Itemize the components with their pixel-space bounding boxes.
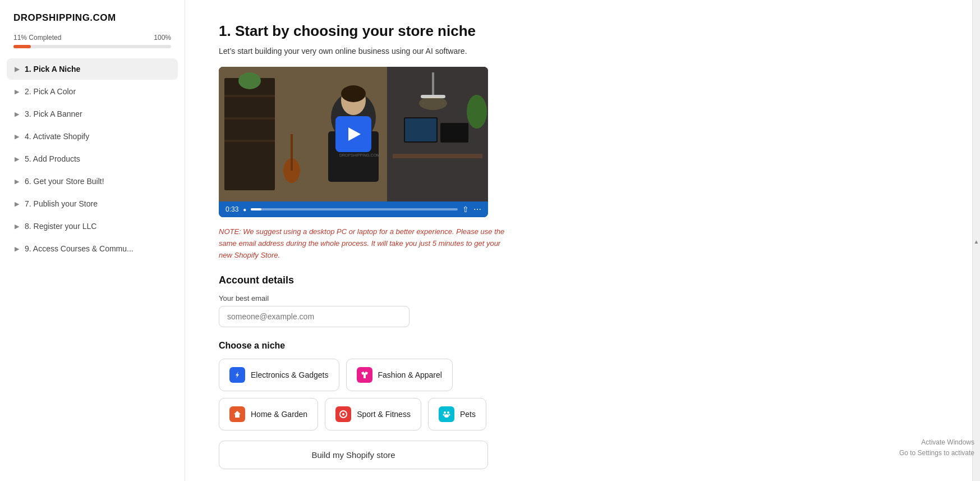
sidebar: DROPSHIPPING.COM 11% Completed 100% ▶ 1.… <box>0 0 185 481</box>
sidebar-item-pick-color[interactable]: ▶ 2. Pick A Color <box>7 81 178 102</box>
video-share-icon[interactable]: ⇧ <box>462 205 469 214</box>
sidebar-item-label: 1. Pick A Niche <box>25 65 80 74</box>
scrollbar-track: ▲ <box>972 0 980 481</box>
niche-card-sport[interactable]: Sport & Fitness <box>325 398 421 430</box>
svg-point-11 <box>341 85 366 102</box>
svg-point-26 <box>447 411 449 414</box>
video-timestamp: 0:33 <box>226 205 238 213</box>
progress-labels: 11% Completed 100% <box>13 34 171 42</box>
sidebar-item-pick-banner[interactable]: ▶ 3. Pick A Banner <box>7 103 178 125</box>
fitness-icon <box>339 410 348 419</box>
svg-point-27 <box>443 414 444 416</box>
progress-completed-label: 11% Completed <box>13 34 61 42</box>
pets-icon <box>439 406 454 422</box>
chevron-icon: ▶ <box>15 200 19 208</box>
svg-rect-16 <box>405 118 436 141</box>
sidebar-item-access-courses[interactable]: ▶ 9. Access Courses & Commu... <box>7 238 178 259</box>
email-field-label: Your best email <box>219 294 510 303</box>
pets-label: Pets <box>460 410 476 419</box>
svg-rect-4 <box>224 117 275 120</box>
email-input[interactable] <box>219 306 410 327</box>
sidebar-item-publish-store[interactable]: ▶ 7. Publish your Store <box>7 193 178 214</box>
electronics-label: Electronics & Gadgets <box>251 370 329 379</box>
play-button[interactable] <box>335 116 371 152</box>
sidebar-item-label: 5. Add Products <box>25 154 80 163</box>
sidebar-item-label: 6. Get your Store Built! <box>25 177 104 186</box>
bolt-icon <box>233 370 242 379</box>
progress-bar-fill <box>13 45 31 48</box>
svg-rect-3 <box>224 95 275 97</box>
sidebar-item-label: 7. Publish your Store <box>25 199 98 208</box>
page-title: 1. Start by choosing your store niche <box>219 22 510 40</box>
svg-rect-15 <box>440 123 468 143</box>
video-controls: 0:33 ● ⇧ ⋯ <box>219 201 488 217</box>
svg-point-25 <box>444 411 446 414</box>
home-label: Home & Garden <box>251 410 307 419</box>
play-button-container <box>335 116 371 152</box>
main-wrapper: 1. Start by choosing your store niche Le… <box>185 0 980 481</box>
account-section-title: Account details <box>219 274 510 286</box>
sport-icon <box>335 406 351 422</box>
svg-rect-13 <box>393 154 482 158</box>
sidebar-item-register-llc[interactable]: ▶ 8. Register your LLC <box>7 216 178 237</box>
niche-card-home[interactable]: Home & Garden <box>219 398 318 430</box>
svg-point-29 <box>444 414 449 418</box>
svg-rect-5 <box>224 140 275 142</box>
sidebar-nav: ▶ 1. Pick A Niche ▶ 2. Pick A Color ▶ 3.… <box>0 58 185 259</box>
sidebar-item-label: 9. Access Courses & Commu... <box>25 244 134 253</box>
sport-label: Sport & Fitness <box>357 410 411 419</box>
sidebar-item-add-products[interactable]: ▶ 5. Add Products <box>7 148 178 170</box>
paw-icon <box>442 410 451 419</box>
video-progress-bar[interactable] <box>251 208 458 210</box>
video-player[interactable]: DROPSHIPPING.COM 0:33 ● ⇧ <box>219 67 488 217</box>
chevron-icon: ▶ <box>15 223 19 230</box>
house-icon <box>233 410 242 419</box>
sidebar-item-pick-niche[interactable]: ▶ 1. Pick A Niche <box>7 58 178 80</box>
svg-point-24 <box>342 413 344 415</box>
sidebar-item-get-store-built[interactable]: ▶ 6. Get your Store Built! <box>7 171 178 192</box>
chevron-icon: ▶ <box>15 133 19 140</box>
progress-max-label: 100% <box>154 34 171 42</box>
chevron-icon: ▶ <box>15 178 19 185</box>
chevron-icon: ▶ <box>15 88 19 95</box>
shirt-icon <box>360 370 369 379</box>
niche-section-title: Choose a niche <box>219 341 510 351</box>
svg-point-20 <box>419 97 447 110</box>
niche-card-electronics[interactable]: Electronics & Gadgets <box>219 359 339 391</box>
chevron-icon: ▶ <box>15 66 19 73</box>
svg-text:DROPSHIPPING.COM: DROPSHIPPING.COM <box>339 153 380 157</box>
sidebar-item-label: 2. Pick A Color <box>25 87 76 96</box>
sidebar-item-label: 8. Register your LLC <box>25 222 96 231</box>
chevron-icon: ▶ <box>15 155 19 163</box>
logo: DROPSHIPPING.COM <box>0 0 185 34</box>
fashion-icon <box>357 367 372 383</box>
chevron-icon: ▶ <box>15 111 19 118</box>
progress-bar-background <box>13 45 171 48</box>
sidebar-item-label: 3. Pick A Banner <box>25 109 82 118</box>
electronics-icon <box>229 367 245 383</box>
sidebar-item-label: 4. Activate Shopify <box>25 132 89 141</box>
niche-section: Choose a niche Electronics & Gadgets <box>219 341 510 469</box>
video-thumbnail: DROPSHIPPING.COM <box>219 67 488 201</box>
niche-card-pets[interactable]: Pets <box>428 398 486 430</box>
account-section: Account details Your best email <box>219 274 510 341</box>
note-text: NOTE: We suggest using a desktop PC or l… <box>219 226 510 261</box>
svg-marker-22 <box>236 372 239 378</box>
video-more-icon[interactable]: ⋯ <box>473 205 481 214</box>
sidebar-item-activate-shopify[interactable]: ▶ 4. Activate Shopify <box>7 126 178 147</box>
main-content: 1. Start by choosing your store niche Le… <box>185 0 972 481</box>
svg-point-6 <box>238 72 261 89</box>
play-icon <box>348 127 361 141</box>
home-icon <box>229 406 245 422</box>
progress-section: 11% Completed 100% <box>0 34 185 58</box>
content-inner: 1. Start by choosing your store niche Le… <box>219 22 510 469</box>
video-progress-fill <box>251 208 261 210</box>
niche-row-1: Electronics & Gadgets Fashion & Apparel <box>219 359 510 391</box>
niche-card-fashion[interactable]: Fashion & Apparel <box>346 359 453 391</box>
svg-point-17 <box>467 95 487 129</box>
page-subtitle: Let’s start building your very own onlin… <box>219 47 510 56</box>
video-control-icons: ⇧ ⋯ <box>462 205 481 214</box>
scrollbar-up-arrow[interactable]: ▲ <box>974 239 979 245</box>
build-store-button[interactable]: Build my Shopify store <box>219 441 488 469</box>
niche-row-2: Home & Garden Sport & Fitness <box>219 398 510 430</box>
